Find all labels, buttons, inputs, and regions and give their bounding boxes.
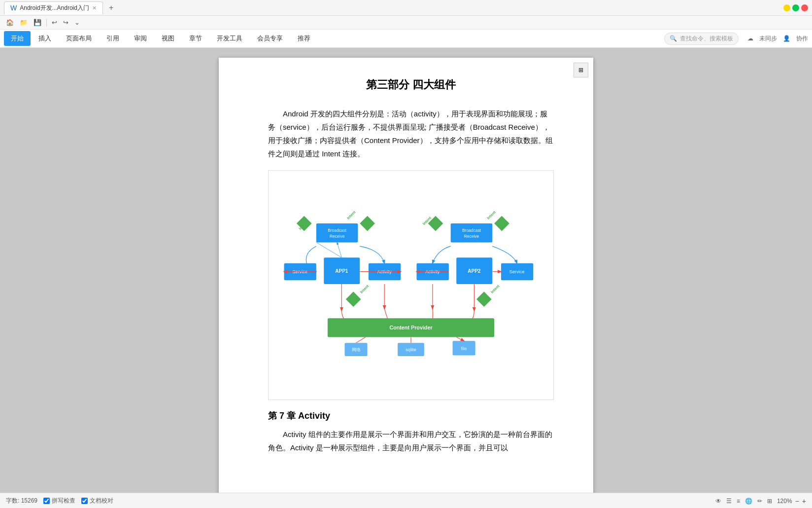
open-button[interactable]: 📁 — [18, 18, 30, 27]
tab-view[interactable]: 视图 — [155, 31, 181, 46]
web-icon[interactable]: 🌐 — [745, 498, 752, 505]
redo-button[interactable]: ↪ — [61, 18, 70, 27]
svg-text:Intent: Intent — [346, 210, 356, 220]
svg-rect-0 — [316, 223, 358, 242]
title-bar: W Android开发...Android入门 ✕ + — [0, 0, 812, 16]
ribbon: 开始 插入 页面布局 引用 审阅 视图 章节 开发工具 会员专享 推荐 🔍 查找… — [0, 30, 812, 48]
svg-text:Intent: Intent — [359, 284, 370, 294]
svg-text:Intent: Intent — [490, 284, 500, 294]
svg-marker-6 — [360, 216, 375, 231]
svg-rect-21 — [451, 223, 493, 242]
eye-icon[interactable]: 👁 — [715, 498, 721, 505]
fullscreen-icon[interactable]: ⊞ — [767, 498, 772, 505]
tab-title: Android开发...Android入门 — [20, 4, 89, 12]
doc-check-checkbox[interactable] — [81, 498, 88, 504]
outline-view-icon[interactable]: ≡ — [737, 498, 740, 505]
doc-check-label[interactable]: 文档校对 — [81, 497, 113, 505]
svg-marker-25 — [494, 216, 509, 231]
document-page: 第三部分 四大组件 Android 开发的四大组件分别是：活动（activity… — [219, 58, 593, 493]
edit-icon[interactable]: ✏ — [757, 498, 762, 505]
tab-insert[interactable]: 插入 — [32, 31, 58, 46]
svg-text:APP2: APP2 — [468, 268, 481, 274]
panel-toggle-button[interactable]: ⊞ — [574, 63, 588, 77]
document-area: 第三部分 四大组件 Android 开发的四大组件分别是：活动（activity… — [0, 48, 812, 493]
title-bar-left: W Android开发...Android入门 ✕ + — [4, 1, 116, 14]
svg-text:网络: 网络 — [352, 347, 361, 352]
tab-references[interactable]: 引用 — [100, 31, 126, 46]
svg-line-50 — [456, 337, 464, 341]
tab-vip[interactable]: 会员专享 — [250, 31, 290, 46]
svg-text:Activity: Activity — [377, 269, 392, 274]
tab-page-layout[interactable]: 页面布局 — [59, 31, 99, 46]
tab-icon: W — [10, 4, 17, 12]
collab-icon: 👤 — [783, 35, 790, 42]
home-button[interactable]: 🏠 — [4, 18, 16, 27]
svg-line-48 — [356, 337, 366, 343]
tab-chapters[interactable]: 章节 — [182, 31, 209, 46]
close-button[interactable] — [801, 4, 808, 11]
status-bar: 字数: 15269 拼写检查 文档校对 👁 ☰ ≡ 🌐 ✏ ⊞ 120% − + — [0, 493, 812, 508]
zoom-controls: 120% − + — [777, 497, 806, 505]
status-right: 👁 ☰ ≡ 🌐 ✏ ⊞ 120% − + — [715, 497, 806, 505]
tab-close-icon[interactable]: ✕ — [92, 5, 97, 11]
svg-text:Broadcast: Broadcast — [328, 228, 347, 233]
svg-text:APP1: APP1 — [335, 268, 348, 274]
intro-paragraph[interactable]: Android 开发的四大组件分别是：活动（activity），用于表现界面和功… — [268, 107, 554, 160]
cloud-icon: ☁ — [747, 35, 753, 42]
svg-text:Service: Service — [292, 269, 307, 274]
dropdown-button[interactable]: ⌄ — [72, 18, 82, 27]
panel-toggle-icon: ⊞ — [578, 67, 583, 73]
document-tab[interactable]: W Android开发...Android入门 ✕ — [4, 1, 103, 14]
maximize-button[interactable] — [792, 4, 799, 11]
tab-recommend[interactable]: 推荐 — [291, 31, 317, 46]
ribbon-tabs-row: 开始 插入 页面布局 引用 审阅 视图 章节 开发工具 会员专享 推荐 🔍 查找… — [0, 30, 812, 47]
svg-text:Broadcast: Broadcast — [462, 228, 481, 233]
sync-area: ☁ 未同步 👤 协作 — [747, 35, 808, 43]
svg-text:Service: Service — [509, 269, 525, 274]
svg-marker-37 — [476, 291, 492, 307]
architecture-diagram: Broadcast Receive Intent Intent APP1 — [278, 181, 543, 388]
svg-text:Intent: Intent — [486, 210, 497, 220]
search-placeholder: 查找命令、搜索模板 — [680, 35, 733, 43]
zoom-in-button[interactable]: + — [802, 497, 806, 505]
search-icon: 🔍 — [670, 35, 677, 42]
section-7-heading: 第 7 章 Activity — [268, 410, 554, 422]
search-box[interactable]: 🔍 查找命令、搜索模板 — [664, 33, 739, 45]
new-tab-button[interactable]: + — [106, 2, 116, 13]
tab-dev-tools[interactable]: 开发工具 — [210, 31, 249, 46]
tab-review[interactable]: 审阅 — [127, 31, 154, 46]
word-count: 字数: 15269 — [6, 497, 37, 505]
undo-button[interactable]: ↩ — [50, 18, 59, 27]
status-left: 字数: 15269 拼写检查 文档校对 — [6, 497, 113, 505]
window-controls — [783, 4, 808, 11]
spell-check-label[interactable]: 拼写检查 — [43, 497, 75, 505]
minimize-button[interactable] — [783, 4, 790, 11]
zoom-level: 120% — [777, 498, 792, 505]
diagram-container: Broadcast Receive Intent Intent APP1 — [268, 170, 554, 400]
svg-text:Content Provider: Content Provider — [389, 325, 433, 330]
svg-text:Receive: Receive — [464, 234, 479, 239]
main-area: 第三部分 四大组件 Android 开发的四大组件分别是：活动（activity… — [0, 48, 812, 493]
zoom-out-button[interactable]: − — [795, 497, 799, 505]
sync-label[interactable]: 未同步 — [759, 35, 777, 43]
section-7-paragraph[interactable]: Activity 组件的主要作用是展示一个界面并和用户交互，它扮演的是一种前台界… — [268, 428, 554, 454]
svg-text:Activity: Activity — [425, 269, 440, 274]
svg-text:Receive: Receive — [330, 234, 345, 239]
separator — [46, 19, 47, 27]
quick-access-toolbar: 🏠 📁 💾 ↩ ↪ ⌄ — [0, 16, 812, 30]
list-view-icon[interactable]: ☰ — [726, 498, 732, 505]
tab-start[interactable]: 开始 — [4, 31, 31, 46]
spell-check-checkbox[interactable] — [43, 498, 50, 504]
save-button[interactable]: 💾 — [32, 18, 43, 27]
collab-label[interactable]: 协作 — [796, 35, 808, 43]
svg-text:sqlite: sqlite — [406, 347, 416, 352]
svg-text:file: file — [461, 346, 467, 351]
svg-marker-16 — [346, 291, 361, 307]
chapter-title: 第三部分 四大组件 — [268, 77, 554, 92]
